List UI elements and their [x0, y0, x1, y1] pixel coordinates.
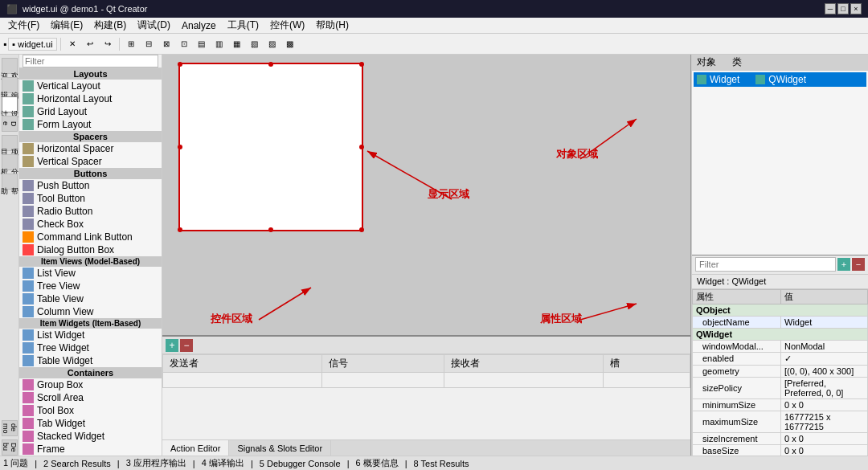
widget-column-view[interactable]: Column View	[19, 305, 162, 318]
status-item-1[interactable]: 1 问题	[3, 457, 28, 469]
handle-br[interactable]	[359, 227, 364, 232]
widget-list-view[interactable]: List View	[19, 267, 162, 280]
toolbar-btn-1[interactable]: ✕	[64, 36, 80, 52]
close-button[interactable]: ×	[850, 3, 862, 14]
bottom-toolbar: + −	[162, 337, 690, 354]
maximize-button[interactable]: □	[837, 3, 849, 14]
fr-icon	[23, 443, 34, 455]
widget-frame[interactable]: Frame	[19, 443, 162, 456]
status-item-7[interactable]: 8 Test Results	[414, 459, 469, 468]
prop-add-btn[interactable]: +	[837, 258, 850, 271]
prop-row-minsize[interactable]: minimumSize 0 x 0	[693, 398, 868, 411]
menu-tools[interactable]: 工具(T)	[223, 17, 264, 34]
object-row[interactable]: Widget QWidget	[694, 72, 866, 87]
widget-table-view[interactable]: Table View	[19, 292, 162, 305]
prop-row-enabled[interactable]: enabled ✓	[693, 352, 868, 365]
toolbar-btn-layout6[interactable]: ▥	[211, 36, 227, 52]
toolbar-btn-layout10[interactable]: ▩	[282, 36, 298, 52]
status-sep-5: |	[347, 459, 350, 468]
widget-group-box[interactable]: Group Box	[19, 378, 162, 391]
prop-remove-btn[interactable]: −	[852, 258, 865, 271]
minimize-button[interactable]: ─	[825, 3, 836, 14]
icon-debug2[interactable]: Debu	[2, 439, 18, 456]
toolbar-btn-layout8[interactable]: ▧	[247, 36, 263, 52]
widget-push-button[interactable]: Push Button	[19, 179, 162, 192]
toolbar-btn-layout5[interactable]: ▤	[194, 36, 210, 52]
design-canvas[interactable]: 显示区域 对象区域 控件区域 属性区域 信号与槽	[162, 55, 690, 335]
widget-tree-view[interactable]: Tree View	[19, 280, 162, 292]
prop-row-maxsize[interactable]: maximumSize 16777215 x 16777215	[693, 411, 868, 432]
toolbar-btn-layout9[interactable]: ▨	[264, 36, 280, 52]
prop-row-sizepolicy[interactable]: sizePolicy [Preferred, Preferred, 0, 0]	[693, 377, 868, 398]
title-bar-controls[interactable]: ─ □ ×	[825, 3, 862, 14]
status-item-4[interactable]: 4 编译输出	[202, 457, 244, 469]
widget-dialog-button-box[interactable]: Dialog Button Box	[19, 243, 162, 256]
add-signal-btn[interactable]: +	[166, 339, 178, 352]
widget-horizontal-layout[interactable]: Horizontal Layout	[19, 92, 162, 105]
toolbar-btn-layout2[interactable]: ⊟	[141, 36, 157, 52]
icon-help[interactable]: 帮助	[2, 174, 18, 190]
handle-tl[interactable]	[178, 62, 182, 67]
menu-file[interactable]: 文件(F)	[3, 17, 44, 34]
annotation-property-area: 属性区域	[540, 312, 582, 326]
toolbar-btn-redo[interactable]: ↪	[100, 36, 116, 52]
pb-icon	[23, 180, 34, 191]
prop-row-windowmodal[interactable]: windowModal... NonModal	[693, 340, 868, 352]
widget-form-layout[interactable]: Form Layout	[19, 118, 162, 131]
icon-welcome[interactable]: 欢迎	[2, 58, 18, 74]
icon-debug[interactable]: De	[2, 116, 18, 132]
widget-check-box[interactable]: Check Box	[19, 218, 162, 231]
status-item-6[interactable]: 6 概要信息	[356, 457, 399, 469]
widget-tree-widget[interactable]: Tree Widget	[19, 341, 162, 354]
widget-stacked-widget[interactable]: Stacked Widget	[19, 430, 162, 443]
widget-scroll-area[interactable]: Scroll Area	[19, 391, 162, 404]
tab-signals-slots-editor[interactable]: Signals & Slots Editor	[229, 440, 331, 456]
menu-help[interactable]: 帮助(H)	[311, 17, 354, 34]
icon-edit[interactable]: 编辑	[2, 77, 18, 93]
widget-vertical-layout[interactable]: Vertical Layout	[19, 80, 162, 92]
widget-horizontal-spacer[interactable]: Horizontal Spacer	[19, 142, 162, 155]
widget-frame[interactable]	[178, 63, 363, 231]
toolbar-btn-layout4[interactable]: ⊡	[176, 36, 192, 52]
remove-signal-btn[interactable]: −	[180, 339, 193, 352]
widget-list-widget[interactable]: List Widget	[19, 329, 162, 341]
menu-widget[interactable]: 控件(W)	[265, 17, 309, 34]
menu-edit[interactable]: 编辑(E)	[46, 17, 88, 34]
status-item-3[interactable]: 3 应用程序输出	[126, 457, 186, 469]
toolbar-btn-undo[interactable]: ↩	[82, 36, 98, 52]
widget-vertical-spacer[interactable]: Vertical Spacer	[19, 155, 162, 168]
handle-bm[interactable]	[268, 227, 273, 232]
widget-grid-layout[interactable]: Grid Layout	[19, 105, 162, 118]
widget-tool-button[interactable]: Tool Button	[19, 192, 162, 205]
handle-bl[interactable]	[178, 227, 182, 232]
icon-project[interactable]: 项目	[2, 135, 18, 151]
icon-analyze[interactable]: 分析	[2, 154, 18, 170]
widget-radio-button[interactable]: Radio Button	[19, 205, 162, 218]
widget-filter-input[interactable]	[23, 55, 158, 67]
handle-mr[interactable]	[359, 145, 364, 149]
widget-command-link[interactable]: Command Link Button	[19, 231, 162, 243]
toolbar-btn-layout7[interactable]: ▦	[229, 36, 245, 52]
toolbar-btn-layout1[interactable]: ⊞	[123, 36, 139, 52]
handle-tm[interactable]	[268, 62, 273, 67]
toolbar-btn-layout3[interactable]: ⊠	[158, 36, 174, 52]
widget-table-widget[interactable]: Table Widget	[19, 354, 162, 367]
handle-ml[interactable]	[178, 145, 182, 149]
status-item-2[interactable]: 2 Search Results	[43, 459, 111, 468]
prop-row-geometry[interactable]: geometry [(0, 0), 400 x 300]	[693, 365, 868, 377]
icon-design[interactable]: 设计	[2, 96, 18, 112]
prop-row-sizeincrement[interactable]: sizeIncrement 0 x 0	[693, 432, 868, 444]
property-table-scroll[interactable]: 属性 值 QObject objectName Widget	[692, 289, 868, 456]
status-item-5[interactable]: 5 Debugger Console	[260, 459, 341, 468]
menu-build[interactable]: 构建(B)	[89, 17, 131, 34]
prop-row-objectname[interactable]: objectName Widget	[693, 316, 868, 328]
menu-analyze[interactable]: Analyze	[177, 18, 221, 33]
widget-tool-box[interactable]: Tool Box	[19, 404, 162, 417]
widget-tab-widget[interactable]: Tab Widget	[19, 417, 162, 430]
icon-demo1[interactable]: demo	[2, 420, 18, 436]
handle-tr[interactable]	[359, 62, 364, 67]
prop-row-basesize[interactable]: baseSize 0 x 0	[693, 444, 868, 456]
menu-debug[interactable]: 调试(D)	[133, 17, 175, 34]
tab-action-editor[interactable]: Action Editor	[162, 440, 229, 456]
property-filter-input[interactable]	[695, 257, 836, 272]
